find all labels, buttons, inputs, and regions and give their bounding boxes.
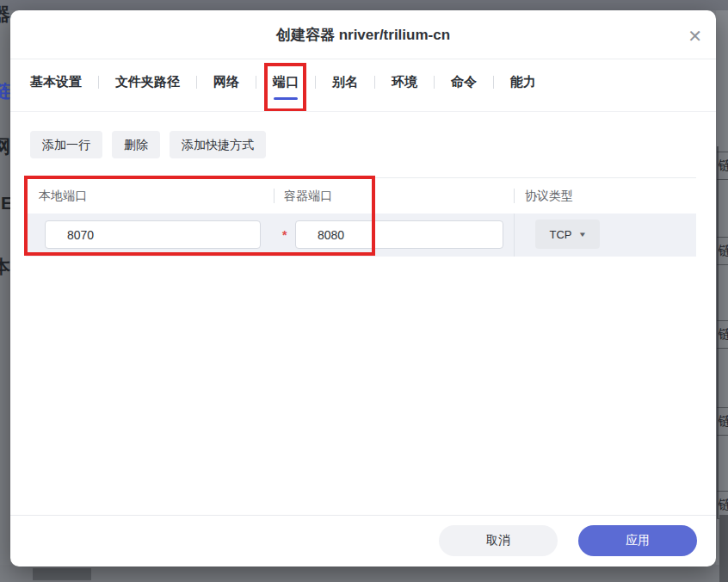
tab-folder-path[interactable]: 文件夹路径 (115, 74, 180, 90)
background-table-line (717, 435, 728, 436)
background-glyph: 链 (0, 82, 10, 101)
background-glyph: 本 (0, 257, 10, 276)
tab-separator (315, 76, 316, 89)
protocol-select[interactable]: TCP ▼ (535, 220, 600, 249)
dialog-header: 创建容器 nriver/trilium-cn (10, 10, 716, 59)
background-bottom-strip (0, 565, 728, 582)
tab-separator (374, 76, 375, 89)
tab-capabilities[interactable]: 能力 (510, 74, 536, 90)
background-glyph: 器 (0, 5, 10, 24)
tab-ports[interactable]: 端口 (273, 74, 299, 90)
column-header-protocol-type: 协议类型 (525, 178, 573, 214)
delete-row-button[interactable]: 删除 (112, 131, 160, 158)
background-glyph: 链 (719, 327, 728, 341)
background-glyph: 链 (719, 244, 728, 257)
background-glyph: 网 (0, 137, 10, 156)
tab-bar-divider (10, 111, 716, 112)
protocol-select-value: TCP (550, 228, 572, 241)
chevron-down-icon: ▼ (577, 231, 586, 238)
cancel-button[interactable]: 取消 (439, 525, 558, 556)
tab-separator (434, 76, 435, 89)
add-shortcut-button[interactable]: 添加快捷方式 (170, 131, 266, 158)
column-header-container-port: 容器端口 (284, 178, 332, 214)
column-separator (514, 214, 515, 257)
background-table-line (717, 348, 728, 349)
footer-divider (10, 515, 716, 516)
background-glyph: 链 (719, 498, 728, 511)
port-mapping-table: 本地端口 容器端口 协议类型 * TCP ▼ (26, 177, 696, 257)
tab-basic-settings[interactable]: 基本设置 (30, 74, 82, 90)
required-asterisk: * (282, 227, 287, 243)
tab-separator (493, 76, 494, 89)
background-glyph: 链 (719, 414, 728, 428)
background-table-line (717, 320, 728, 321)
apply-button[interactable]: 应用 (578, 525, 697, 556)
background-table-line (717, 264, 728, 265)
table-header-row: 本地端口 容器端口 协议类型 (26, 178, 696, 214)
local-port-input[interactable] (45, 220, 261, 249)
tab-bar: 基本设置 文件夹路径 网络 端口 别名 环境 命令 能力 (30, 63, 536, 101)
tab-command[interactable]: 命令 (451, 74, 477, 90)
background-block (719, 515, 728, 582)
port-toolbar: 添加一行 删除 添加快捷方式 (30, 131, 266, 158)
close-icon: ✕ (688, 27, 702, 46)
close-button[interactable]: ✕ (686, 26, 704, 46)
background-table-line (717, 152, 728, 152)
tab-network[interactable]: 网络 (213, 74, 239, 90)
background-table-line (717, 407, 728, 408)
background-table-line (717, 179, 728, 180)
dialog-title: 创建容器 nriver/trilium-cn (276, 25, 450, 45)
create-container-dialog: 创建容器 nriver/trilium-cn ✕ 基本设置 文件夹路径 网络 端… (10, 10, 716, 567)
background-glyph: 链 (719, 158, 728, 172)
container-port-input[interactable] (295, 220, 503, 249)
column-header-local-port: 本地端口 (39, 178, 87, 214)
column-separator (514, 189, 515, 203)
background-block (33, 568, 91, 580)
screen: 器 链 网 E 本 链 链 链 链 链 创建容器 nriver/trilium-… (0, 0, 728, 582)
tab-separator (98, 76, 99, 89)
tab-separator (256, 76, 256, 89)
background-table-line (717, 491, 728, 492)
background-table-line (717, 237, 728, 238)
tab-separator (196, 76, 197, 89)
background-top-strip (0, 0, 728, 10)
column-separator (274, 189, 275, 203)
tab-environment[interactable]: 环境 (392, 74, 417, 90)
table-row: * TCP ▼ (26, 214, 696, 257)
add-row-button[interactable]: 添加一行 (30, 131, 102, 158)
tab-alias[interactable]: 别名 (332, 74, 358, 90)
